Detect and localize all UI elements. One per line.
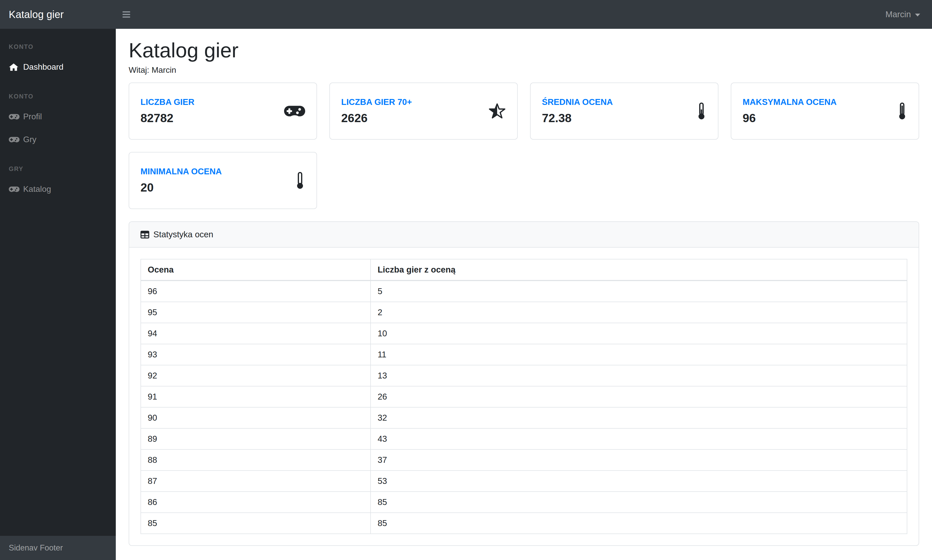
sidenav-heading-konto-1: KONTO xyxy=(0,29,116,55)
column-header-ocena: Ocena xyxy=(141,259,370,280)
stat-card-liczba-gier: LICZBA GIER 82782 xyxy=(129,83,317,140)
count-cell: 37 xyxy=(370,449,907,471)
stat-card-value: 20 xyxy=(140,180,222,194)
ocena-cell: 90 xyxy=(141,407,370,428)
stats-card-header: Statystyka ocen xyxy=(129,222,919,248)
stat-card-label: MINIMALNA OCENA xyxy=(140,167,222,176)
sidenav-footer-label: Sidenav Footer xyxy=(9,543,63,552)
stat-card-value: 2626 xyxy=(341,111,412,125)
sidebar-item-katalog[interactable]: Katalog xyxy=(0,178,116,200)
ocena-cell: 92 xyxy=(141,365,370,386)
stat-card-info: MAKSYMALNA OCENA 96 xyxy=(742,97,836,125)
count-cell: 43 xyxy=(370,428,907,449)
stat-card-value: 96 xyxy=(742,111,836,125)
sidenav-heading-konto-2: KONTO xyxy=(0,78,116,105)
sidebar-item-label: Katalog xyxy=(23,185,51,194)
gamepad-icon xyxy=(9,136,23,143)
count-cell: 32 xyxy=(370,407,907,428)
gamepad-icon xyxy=(9,113,23,120)
home-icon xyxy=(9,63,23,71)
stat-card-info: LICZBA GIER 82782 xyxy=(140,97,194,125)
table-row: 8753 xyxy=(141,471,907,492)
ocena-cell: 88 xyxy=(141,449,370,471)
main-content: Katalog gier Witaj: Marcin LICZBA GIER 8… xyxy=(116,29,932,546)
star-half-icon xyxy=(488,103,506,120)
stats-table: Ocena Liczba gier z oceną 965 952 9410 9… xyxy=(140,259,907,534)
bars-icon xyxy=(122,11,130,18)
stat-card-liczba-gier-70: LICZBA GIER 70+ 2626 xyxy=(329,83,518,140)
app-brand[interactable]: Katalog gier xyxy=(0,9,116,20)
stat-card-value: 82782 xyxy=(140,111,194,125)
stat-card-label: ŚREDNIA OCENA xyxy=(542,97,613,107)
stat-card-value: 72.38 xyxy=(542,111,613,125)
user-dropdown[interactable]: Marcin xyxy=(886,9,932,19)
stat-card-info: LICZBA GIER 70+ 2626 xyxy=(341,97,412,125)
caret-down-icon xyxy=(915,14,920,17)
count-cell: 85 xyxy=(370,513,907,534)
stats-card: Statystyka ocen Ocena Liczba gier z ocen… xyxy=(129,222,919,546)
sidebar-item-label: Profil xyxy=(23,112,42,122)
table-row: 9410 xyxy=(141,323,907,344)
ocena-cell: 89 xyxy=(141,428,370,449)
user-name: Marcin xyxy=(886,9,911,19)
sidebar-item-dashboard[interactable]: Dashboard xyxy=(0,55,116,78)
sidebar-item-label: Dashboard xyxy=(23,62,63,72)
ocena-cell: 95 xyxy=(141,302,370,323)
sidenav-heading-gry: GRY xyxy=(0,151,116,178)
sidebar-item-label: Gry xyxy=(23,135,37,144)
stats-card-body: Ocena Liczba gier z oceną 965 952 9410 9… xyxy=(129,248,919,545)
ocena-cell: 96 xyxy=(141,280,370,302)
ocena-cell: 86 xyxy=(141,492,370,513)
table-header-row: Ocena Liczba gier z oceną xyxy=(141,259,907,280)
count-cell: 85 xyxy=(370,492,907,513)
table-row: 8943 xyxy=(141,428,907,449)
stat-cards-row: LICZBA GIER 82782 LICZBA GIER 70+ 2626 xyxy=(129,83,919,209)
sidebar-toggle-button[interactable] xyxy=(119,8,134,21)
table-icon xyxy=(140,231,149,238)
table-row: 8685 xyxy=(141,492,907,513)
thermometer-half-icon xyxy=(696,102,707,120)
gamepad-icon xyxy=(9,186,23,192)
sidebar-item-profil[interactable]: Profil xyxy=(0,105,116,128)
table-row: 9311 xyxy=(141,344,907,365)
table-row: 965 xyxy=(141,280,907,302)
ocena-cell: 87 xyxy=(141,471,370,492)
welcome-text: Witaj: Marcin xyxy=(129,65,919,75)
sidenav-footer: Sidenav Footer xyxy=(0,536,116,560)
ocena-cell: 85 xyxy=(141,513,370,534)
stat-card-srednia-ocena: ŚREDNIA OCENA 72.38 xyxy=(530,83,718,140)
sidebar-item-gry[interactable]: Gry xyxy=(0,128,116,151)
table-row: 9032 xyxy=(141,407,907,428)
stat-card-info: MINIMALNA OCENA 20 xyxy=(140,167,222,194)
table-row: 9126 xyxy=(141,386,907,407)
stat-card-label: MAKSYMALNA OCENA xyxy=(742,97,836,107)
count-cell: 5 xyxy=(370,280,907,302)
ocena-cell: 91 xyxy=(141,386,370,407)
count-cell: 26 xyxy=(370,386,907,407)
stat-card-maksymalna-ocena: MAKSYMALNA OCENA 96 xyxy=(731,83,919,140)
gamepad-icon xyxy=(284,105,305,118)
table-row: 8585 xyxy=(141,513,907,534)
table-row: 8837 xyxy=(141,449,907,471)
stats-card-title: Statystyka ocen xyxy=(153,229,213,239)
thermometer-full-icon xyxy=(897,102,907,120)
ocena-cell: 93 xyxy=(141,344,370,365)
sidenav: KONTO Dashboard KONTO Profil xyxy=(0,29,116,560)
ocena-cell: 94 xyxy=(141,323,370,344)
stat-card-label: LICZBA GIER 70+ xyxy=(341,97,412,107)
count-cell: 53 xyxy=(370,471,907,492)
thermometer-empty-icon xyxy=(295,172,305,189)
count-cell: 13 xyxy=(370,365,907,386)
count-cell: 2 xyxy=(370,302,907,323)
topnav: Katalog gier Marcin xyxy=(0,0,932,29)
table-row: 9213 xyxy=(141,365,907,386)
page-title: Katalog gier xyxy=(129,39,919,62)
stat-card-minimalna-ocena: MINIMALNA OCENA 20 xyxy=(129,152,317,209)
stat-card-info: ŚREDNIA OCENA 72.38 xyxy=(542,97,613,125)
column-header-liczba: Liczba gier z oceną xyxy=(370,259,907,280)
table-row: 952 xyxy=(141,302,907,323)
stat-card-label: LICZBA GIER xyxy=(140,97,194,107)
count-cell: 11 xyxy=(370,344,907,365)
count-cell: 10 xyxy=(370,323,907,344)
